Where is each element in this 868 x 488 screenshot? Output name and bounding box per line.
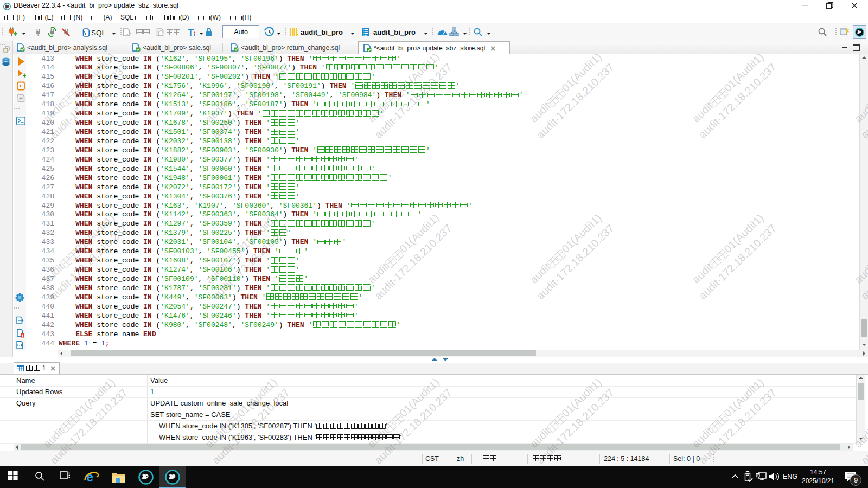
svg-text:e: e	[86, 470, 93, 484]
